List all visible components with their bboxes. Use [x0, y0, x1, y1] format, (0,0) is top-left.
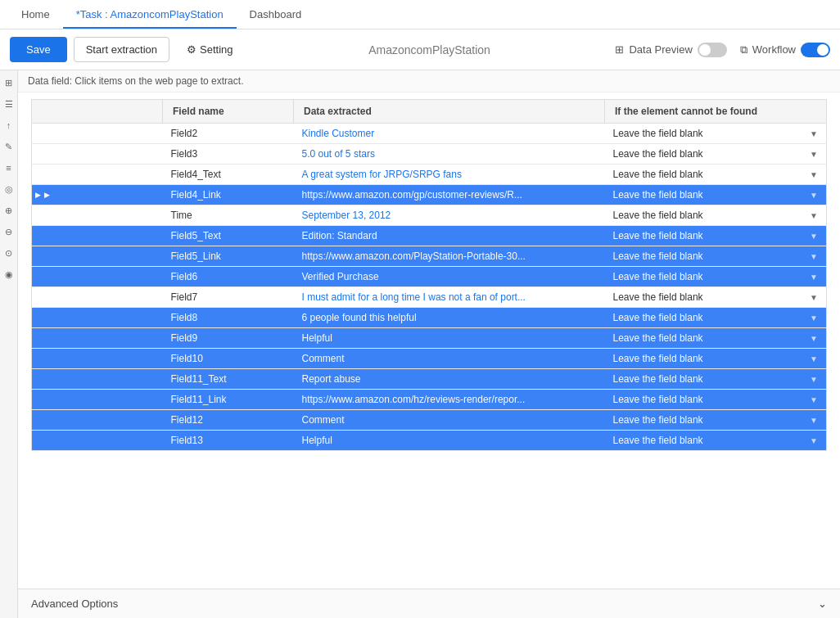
setting-button[interactable]: ⚙ Setting [176, 37, 243, 62]
row-arrow-cell: ▶ [32, 185, 163, 205]
top-nav: Home *Task : AmazoncomPlayStation Dashbo… [0, 0, 840, 29]
row-action-dropdown[interactable]: Leave the field blank▼ [605, 185, 827, 205]
sidebar-icon-10[interactable]: ◉ [2, 267, 16, 282]
row-data-extracted: Kindle Customer [294, 124, 605, 144]
sidebar-icon-4[interactable]: ✎ [2, 139, 16, 154]
action-label: Leave the field blank [613, 230, 703, 241]
row-action-dropdown[interactable]: Leave the field blank▼ [605, 369, 827, 390]
table-row[interactable]: Field12CommentLeave the field blank▼ [32, 410, 827, 431]
row-field-name: Field4_Link [163, 185, 294, 205]
table-row[interactable]: Field2Kindle CustomerLeave the field bla… [32, 124, 827, 144]
data-field-hint: Data field: Click items on the web page … [18, 70, 840, 92]
sidebar-icon-3[interactable]: ↑ [2, 118, 16, 133]
table-row[interactable]: Field10CommentLeave the field blank▼ [32, 349, 827, 369]
row-arrow-cell [32, 369, 163, 390]
sidebar-icon-1[interactable]: ⊞ [2, 75, 16, 90]
start-extraction-button[interactable]: Start extraction [74, 37, 169, 62]
row-action-dropdown[interactable]: Leave the field blank▼ [605, 246, 827, 267]
col-header-fieldname[interactable]: Field name [163, 100, 294, 124]
row-field-name: Field13 [163, 431, 294, 451]
sidebar-icon-7[interactable]: ⊕ [2, 203, 16, 218]
row-action-dropdown[interactable]: Leave the field blank▼ [605, 267, 827, 287]
setting-label: Setting [200, 43, 233, 56]
save-button[interactable]: Save [10, 37, 67, 62]
action-label: Leave the field blank [613, 169, 703, 180]
table-row[interactable]: Field5_TextEdition: StandardLeave the fi… [32, 226, 827, 246]
row-action-dropdown[interactable]: Leave the field blank▼ [605, 165, 827, 185]
table-row[interactable]: Field9HelpfulLeave the field blank▼ [32, 328, 827, 349]
row-action-dropdown[interactable]: Leave the field blank▼ [605, 349, 827, 369]
sidebar-icon-8[interactable]: ⊖ [2, 224, 16, 239]
sidebar-icon-9[interactable]: ⊙ [2, 246, 16, 260]
sidebar-icon-5[interactable]: ≡ [2, 160, 16, 175]
row-action-dropdown[interactable]: Leave the field blank▼ [605, 431, 827, 451]
row-data-extracted: Helpful [294, 431, 605, 451]
row-field-name: Field3 [163, 144, 294, 165]
row-data-extracted: A great system for JRPG/SRPG fans [294, 165, 605, 185]
action-label: Leave the field blank [613, 353, 703, 364]
row-action-dropdown[interactable]: Leave the field blank▼ [605, 144, 827, 165]
toolbar-right: ⊞ Data Preview ⧉ Workflow [615, 43, 830, 57]
dropdown-arrow-icon: ▼ [810, 211, 818, 220]
action-label: Leave the field blank [613, 394, 703, 405]
tab-home[interactable]: Home [8, 2, 63, 29]
dropdown-arrow-icon: ▼ [810, 293, 818, 302]
sidebar-icon-2[interactable]: ☰ [2, 97, 16, 111]
row-action-dropdown[interactable]: Leave the field blank▼ [605, 308, 827, 328]
table-row[interactable]: Field11_Linkhttps://www.amazon.com/hz/re… [32, 390, 827, 410]
table-row[interactable]: Field5_Linkhttps://www.amazon.com/PlaySt… [32, 246, 827, 267]
row-data-extracted: https://www.amazon.com/hz/reviews-render… [294, 390, 605, 410]
row-arrow-cell [32, 308, 163, 328]
dropdown-arrow-icon: ▼ [810, 170, 818, 179]
col-header-field [32, 100, 163, 124]
advanced-options-label: Advanced Options [31, 598, 118, 610]
tab-task[interactable]: *Task : AmazoncomPlayStation [63, 2, 237, 29]
main-area: ⊞ ☰ ↑ ✎ ≡ ◎ ⊕ ⊖ ⊙ ◉ Data field: Click it… [0, 70, 840, 618]
table-row[interactable]: Field6Verified PurchaseLeave the field b… [32, 267, 827, 287]
row-action-dropdown[interactable]: Leave the field blank▼ [605, 410, 827, 431]
row-action-dropdown[interactable]: Leave the field blank▼ [605, 205, 827, 226]
row-action-dropdown[interactable]: Leave the field blank▼ [605, 124, 827, 144]
row-data-extracted: https://www.amazon.com/PlayStation-Porta… [294, 246, 605, 267]
sidebar-icon-6[interactable]: ◎ [2, 182, 16, 196]
col-header-data: Data extracted [294, 100, 605, 124]
data-table: Field name Data extracted If the element… [31, 99, 827, 451]
row-action-dropdown[interactable]: Leave the field blank▼ [605, 287, 827, 308]
table-row[interactable]: Field35.0 out of 5 starsLeave the field … [32, 144, 827, 165]
table-row[interactable]: ▶Field4_Linkhttps://www.amazon.com/gp/cu… [32, 185, 827, 205]
row-arrow-cell [32, 226, 163, 246]
action-label: Leave the field blank [613, 332, 703, 344]
row-data-extracted: https://www.amazon.com/gp/customer-revie… [294, 185, 605, 205]
table-row[interactable]: TimeSeptember 13, 2012Leave the field bl… [32, 205, 827, 226]
row-action-dropdown[interactable]: Leave the field blank▼ [605, 390, 827, 410]
workflow-toggle[interactable] [801, 43, 830, 57]
table-row[interactable]: Field4_TextA great system for JRPG/SRPG … [32, 165, 827, 185]
action-label: Leave the field blank [613, 210, 703, 221]
row-arrow-cell [32, 144, 163, 165]
row-action-dropdown[interactable]: Leave the field blank▼ [605, 328, 827, 349]
data-preview-label: Data Preview [629, 43, 692, 56]
table-row[interactable]: Field86 people found this helpfulLeave t… [32, 308, 827, 328]
table-row[interactable]: Field7I must admit for a long time I was… [32, 287, 827, 308]
table-container[interactable]: Field name Data extracted If the element… [18, 92, 840, 589]
action-label: Leave the field blank [613, 189, 703, 201]
table-row[interactable]: Field11_TextReport abuseLeave the field … [32, 369, 827, 390]
row-data-extracted: Helpful [294, 328, 605, 349]
left-sidebar: ⊞ ☰ ↑ ✎ ≡ ◎ ⊕ ⊖ ⊙ ◉ [0, 70, 18, 618]
advanced-options[interactable]: Advanced Options ⌄ [18, 589, 840, 618]
dropdown-arrow-icon: ▼ [810, 129, 818, 138]
workflow-toggle-group: ⧉ Workflow [740, 43, 830, 57]
row-data-extracted: Comment [294, 349, 605, 369]
row-field-name: Field11_Text [163, 369, 294, 390]
chevron-down-icon: ⌄ [818, 598, 827, 610]
action-label: Leave the field blank [613, 373, 703, 385]
tab-dashboard[interactable]: Dashboard [237, 2, 315, 29]
data-preview-toggle[interactable] [698, 43, 727, 57]
action-label: Leave the field blank [613, 312, 703, 323]
table-row[interactable]: Field13HelpfulLeave the field blank▼ [32, 431, 827, 451]
row-data-extracted: 5.0 out of 5 stars [294, 144, 605, 165]
row-action-dropdown[interactable]: Leave the field blank▼ [605, 226, 827, 246]
row-arrow-cell [32, 165, 163, 185]
dropdown-arrow-icon: ▼ [810, 416, 818, 425]
table-icon: ⊞ [615, 43, 624, 56]
